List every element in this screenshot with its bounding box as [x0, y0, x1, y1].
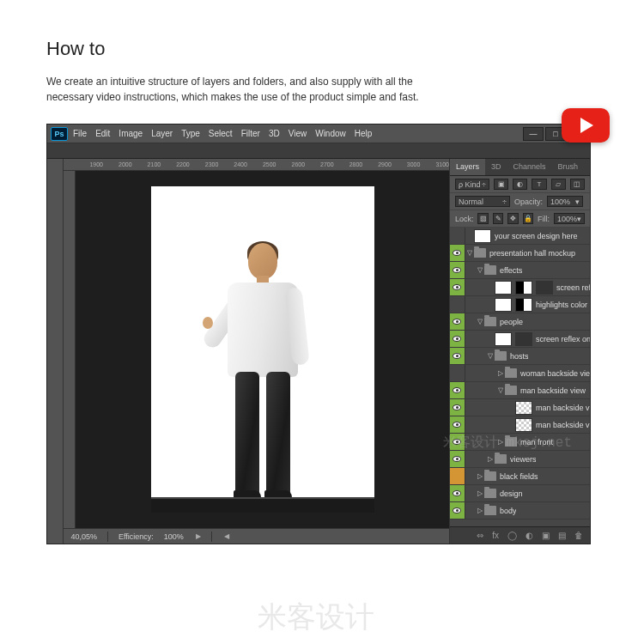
youtube-play-button[interactable]: [562, 108, 610, 143]
expand-arrow-icon[interactable]: ▽: [476, 318, 484, 325]
layer-row[interactable]: ▽man backside view: [450, 382, 590, 399]
visibility-toggle[interactable]: [450, 262, 465, 278]
layer-row[interactable]: ▷black fields: [450, 468, 590, 485]
mask-icon[interactable]: ◯: [507, 531, 517, 540]
expand-arrow-icon[interactable]: ▽: [476, 266, 484, 274]
layer-row[interactable]: man backside view body: [450, 399, 590, 416]
menu-select[interactable]: Select: [209, 129, 233, 138]
minimize-button[interactable]: —: [523, 127, 544, 141]
visibility-toggle[interactable]: [450, 382, 465, 398]
layer-name[interactable]: black fields: [500, 472, 538, 481]
status-prev-icon[interactable]: ◀: [224, 532, 229, 540]
panel-tab-brush[interactable]: Brush: [552, 159, 585, 175]
visibility-toggle[interactable]: [450, 228, 465, 244]
visibility-toggle[interactable]: [450, 485, 465, 501]
expand-arrow-icon[interactable]: ▽: [465, 249, 474, 257]
delete-icon[interactable]: 🗑: [574, 531, 583, 540]
expand-arrow-icon[interactable]: ▷: [496, 438, 505, 446]
expand-arrow-icon[interactable]: ▷: [476, 472, 484, 480]
menu-window[interactable]: Window: [315, 129, 346, 138]
expand-arrow-icon[interactable]: ▷: [476, 507, 484, 514]
status-menu-icon[interactable]: ▶: [196, 532, 201, 540]
panel-tab-channels[interactable]: Channels: [507, 159, 551, 175]
new-layer-icon[interactable]: ▤: [558, 531, 566, 540]
layer-name[interactable]: screen reflex in a hall: [556, 283, 590, 292]
layer-row[interactable]: ▽ hosts: [450, 348, 590, 365]
document-canvas[interactable]: [151, 186, 374, 513]
menu-view[interactable]: View: [289, 129, 307, 138]
fx-icon[interactable]: fx: [492, 531, 499, 540]
visibility-toggle[interactable]: [450, 348, 465, 364]
filter-pixel-icon[interactable]: ▣: [494, 179, 508, 190]
menu-edit[interactable]: Edit: [95, 129, 110, 138]
layer-name[interactable]: viewers: [510, 455, 537, 464]
menu-layer[interactable]: Layer: [151, 129, 173, 138]
layer-row[interactable]: ▷body: [450, 502, 590, 519]
expand-arrow-icon[interactable]: ▷: [496, 369, 505, 377]
layer-name[interactable]: man backside view: [520, 386, 586, 395]
menu-help[interactable]: Help: [355, 129, 373, 138]
lock-transparent-icon[interactable]: ▨: [477, 213, 488, 224]
tools-panel[interactable]: [47, 159, 64, 544]
visibility-toggle[interactable]: [450, 296, 465, 313]
expand-arrow-icon[interactable]: ▽: [486, 352, 495, 360]
visibility-toggle[interactable]: [450, 313, 465, 330]
layer-name[interactable]: effects: [500, 266, 522, 275]
canvas-area[interactable]: [76, 171, 449, 528]
lock-all-icon[interactable]: 🔒: [523, 213, 533, 224]
layer-name[interactable]: your screen design here: [495, 232, 578, 240]
layer-row[interactable]: your screen design here: [450, 228, 590, 245]
layer-name[interactable]: highlights color: [536, 301, 587, 309]
panel-tab-3d[interactable]: 3D: [485, 159, 507, 175]
layer-name[interactable]: man backside view shadow: [536, 421, 590, 429]
adjustment-icon[interactable]: ◐: [526, 531, 533, 540]
visibility-toggle[interactable]: [450, 399, 465, 416]
expand-arrow-icon[interactable]: ▷: [476, 489, 484, 497]
layer-name[interactable]: design: [500, 489, 523, 498]
layer-name[interactable]: people: [500, 318, 523, 326]
visibility-toggle[interactable]: [450, 451, 465, 467]
layer-row[interactable]: ▽presentation hall mockup: [450, 245, 590, 262]
filter-type-icon[interactable]: T: [532, 179, 546, 190]
menu-image[interactable]: Image: [118, 129, 143, 138]
layer-name[interactable]: woman backside view: [520, 369, 590, 378]
visibility-toggle[interactable]: [450, 331, 465, 347]
layer-row[interactable]: ▷viewers: [450, 451, 590, 468]
layer-row[interactable]: ▷man front: [450, 434, 590, 451]
layer-row[interactable]: screen reflex in a hall: [450, 279, 590, 296]
panel-tab-paths[interactable]: Paths: [584, 159, 590, 175]
layer-row[interactable]: man backside view shadow: [450, 416, 590, 434]
opacity-input[interactable]: 100%▾: [547, 196, 583, 207]
expand-arrow-icon[interactable]: ▽: [496, 386, 505, 394]
layer-name[interactable]: body: [500, 507, 517, 515]
menu-file[interactable]: File: [73, 129, 87, 138]
filter-smart-icon[interactable]: ◫: [570, 179, 585, 190]
layer-row[interactable]: ▷design: [450, 485, 590, 502]
filter-adjust-icon[interactable]: ◐: [513, 179, 527, 190]
filter-kind-dropdown[interactable]: ρ Kind÷: [455, 179, 489, 190]
layer-row[interactable]: ▷woman backside view: [450, 365, 590, 382]
link-layers-icon[interactable]: ⇔: [477, 531, 483, 540]
visibility-toggle[interactable]: [450, 365, 465, 381]
visibility-toggle[interactable]: [450, 468, 465, 484]
layer-row[interactable]: highlights color: [450, 296, 590, 313]
group-icon[interactable]: ▣: [542, 531, 550, 540]
visibility-toggle[interactable]: [450, 434, 465, 450]
layer-name[interactable]: hosts: [510, 352, 529, 361]
layer-name[interactable]: presentation hall mockup: [489, 249, 575, 258]
layer-name[interactable]: man backside view body: [536, 404, 590, 412]
menu-type[interactable]: Type: [181, 129, 200, 138]
lock-pixels-icon[interactable]: ✎: [493, 213, 503, 224]
blend-mode-dropdown[interactable]: Normal÷: [455, 196, 510, 207]
layer-row[interactable]: ▽effects: [450, 262, 590, 279]
visibility-toggle[interactable]: [450, 245, 465, 261]
panel-tab-layers[interactable]: Layers: [450, 159, 485, 175]
layer-name[interactable]: man front: [520, 438, 553, 447]
layers-list[interactable]: your screen design here▽presentation hal…: [450, 228, 590, 526]
visibility-toggle[interactable]: [450, 502, 465, 519]
layer-row[interactable]: ▽people: [450, 313, 590, 331]
lock-position-icon[interactable]: ✥: [507, 213, 518, 224]
layer-name[interactable]: screen reflex on hosts: [536, 335, 590, 343]
expand-arrow-icon[interactable]: ▷: [486, 455, 495, 463]
fill-input[interactable]: 100%▾: [554, 213, 585, 224]
